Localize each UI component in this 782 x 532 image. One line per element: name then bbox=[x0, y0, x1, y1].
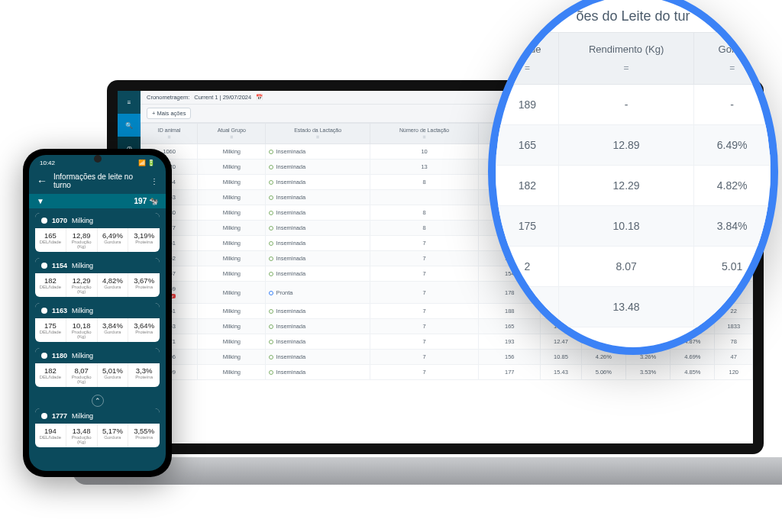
animal-card[interactable]: 1163 Milking 175DEL/Idade 10,18Produção … bbox=[35, 303, 160, 342]
phone-filter-bar[interactable]: ▼ 197 🐄 bbox=[29, 194, 166, 208]
mag-row: 189-- bbox=[496, 85, 771, 125]
crono-label: Cronometragem: bbox=[147, 94, 189, 101]
mag-row: 28.075.01 bbox=[496, 247, 771, 287]
mag-row: 18212.294.82% bbox=[496, 166, 771, 206]
phone-screen: 10:42 📶 🔋 ← Informações de leite no turn… bbox=[29, 155, 166, 471]
phone-frame: 10:42 📶 🔋 ← Informações de leite no turn… bbox=[23, 149, 172, 477]
zoom-callout: ões do Leite do tur /Idade=Rendimento (K… bbox=[488, 0, 778, 355]
filter-icon[interactable]: ▼ bbox=[37, 197, 44, 205]
mag-row: 17510.183.84% bbox=[496, 206, 771, 247]
mag-header[interactable]: Rendimento (Kg)= bbox=[558, 33, 694, 85]
animal-card[interactable]: 1154 Milking 182DEL/Idade 12,29Produção … bbox=[35, 258, 160, 297]
back-icon[interactable]: ← bbox=[37, 175, 47, 187]
mag-table: /Idade=Rendimento (Kg)=Gordu= 189--16512… bbox=[496, 32, 771, 327]
phone-camera bbox=[94, 155, 102, 163]
table-row[interactable]: 1899MilkingInseminada717715.435.06%3.53%… bbox=[141, 365, 753, 380]
filter-count: 197 bbox=[134, 197, 147, 205]
animal-card[interactable]: 1070 Milking 165DEL/Idade 12,89Produção … bbox=[35, 213, 160, 252]
menu-icon[interactable]: ≡ bbox=[118, 91, 141, 114]
phone-time: 10:42 bbox=[40, 160, 55, 166]
phone-header: ← Informações de leite no turno ⋮ bbox=[29, 168, 166, 194]
more-icon[interactable]: ⋮ bbox=[150, 177, 158, 185]
expand-up-button[interactable]: ⌃ bbox=[35, 393, 160, 408]
mag-title: ões do Leite do tur bbox=[496, 0, 771, 32]
crono-value[interactable]: Current 1 | 29/07/2024 bbox=[194, 94, 251, 101]
laptop-base bbox=[73, 457, 782, 485]
mag-header[interactable]: /Idade= bbox=[496, 33, 559, 85]
table-header[interactable]: Estado da Lactação= bbox=[266, 124, 370, 144]
calendar-icon[interactable]: 📅 bbox=[256, 94, 263, 101]
phone-signal-icons: 📶 🔋 bbox=[138, 160, 155, 166]
cow-icon: 🐄 bbox=[149, 197, 158, 205]
phone-card-list: 1070 Milking 165DEL/Idade 12,89Produção … bbox=[29, 208, 166, 458]
mag-row: 16512.896.49% bbox=[496, 125, 771, 166]
phone-title: Informações de leite no turno bbox=[53, 172, 144, 189]
table-header[interactable]: Atual Grupo= bbox=[198, 124, 266, 144]
more-actions-button[interactable]: + Mais ações bbox=[147, 108, 191, 119]
search-icon[interactable]: 🔍 bbox=[118, 114, 141, 137]
animal-card[interactable]: 1777 Milking 194DEL/Idade 13,48Produção … bbox=[35, 408, 160, 447]
table-header[interactable]: Número de Lactação= bbox=[370, 124, 478, 144]
mag-header[interactable]: Gordu= bbox=[694, 33, 771, 85]
animal-card[interactable]: 1180 Milking 182DEL/Idade 8,07Produção (… bbox=[35, 348, 160, 387]
table-header[interactable]: ID animal= bbox=[141, 124, 198, 144]
